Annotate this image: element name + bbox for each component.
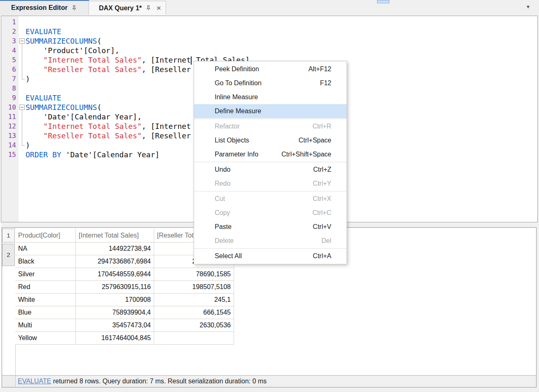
table-cell[interactable]: 2579630915,116 bbox=[76, 281, 154, 294]
line-number: 10 bbox=[1, 103, 19, 112]
line-number: 11 bbox=[1, 112, 19, 121]
table-cell[interactable]: 1617464004,845 bbox=[76, 332, 154, 345]
table-cell[interactable]: 758939904,4 bbox=[76, 306, 154, 319]
menu-item-shortcut: Ctrl+Space bbox=[298, 137, 331, 144]
line-number: 1 bbox=[1, 17, 19, 27]
mini-blue-marker bbox=[377, 0, 389, 3]
status-gutter-cell bbox=[2, 376, 16, 387]
column-header: Product[Color] bbox=[15, 229, 76, 243]
menu-separator bbox=[194, 119, 347, 119]
table-cell[interactable]: 198507,5108 bbox=[154, 281, 234, 294]
menu-item-shortcut: Del bbox=[321, 237, 331, 245]
code-token: 'Product'[Color], bbox=[26, 46, 120, 55]
table-row: Silver1704548559,694478690,1585 bbox=[15, 268, 234, 281]
fold-end-tick bbox=[22, 145, 25, 146]
menu-item-parameter-info[interactable]: Parameter InfoCtrl+Shift+Space bbox=[194, 147, 347, 161]
fold-collapse-icon[interactable] bbox=[19, 105, 25, 110]
fold-guide-line bbox=[22, 44, 22, 79]
menu-item-shortcut: Ctrl+C bbox=[312, 209, 331, 217]
line-number: 14 bbox=[1, 140, 19, 150]
menu-item-shortcut: Ctrl+Y bbox=[313, 180, 331, 187]
fold-collapse-icon[interactable] bbox=[19, 38, 25, 44]
menu-item-label: Cut bbox=[215, 195, 225, 203]
menu-item-define-measure[interactable]: Define Measure bbox=[194, 104, 347, 118]
tab-label: Expression Editor bbox=[11, 4, 68, 12]
code-token: ) bbox=[26, 141, 30, 149]
menu-item-label: Paste bbox=[215, 223, 232, 231]
table-cell[interactable]: 2947336867,6984 bbox=[76, 255, 154, 268]
menu-item-peek-definition[interactable]: Peek DefinitionAlt+F12 bbox=[194, 62, 347, 76]
menu-item-go-to-definition[interactable]: Go To DefinitionF12 bbox=[194, 76, 347, 90]
table-cell[interactable]: Yellow bbox=[15, 332, 76, 345]
table-cell[interactable]: Black bbox=[15, 255, 76, 268]
menu-item-shortcut: Ctrl+A bbox=[313, 252, 331, 260]
table-cell[interactable]: 666,1545 bbox=[154, 306, 234, 319]
line-number: 8 bbox=[1, 84, 19, 93]
pin-icon[interactable] bbox=[71, 5, 77, 11]
code-token: EVALUATE bbox=[26, 93, 61, 102]
menu-item-select-all[interactable]: Select AllCtrl+A bbox=[194, 249, 347, 263]
table-cell[interactable]: White bbox=[15, 294, 76, 306]
code-token: ( bbox=[97, 103, 101, 112]
evaluate-link[interactable]: EVALUATE bbox=[18, 378, 51, 385]
code-token bbox=[26, 122, 43, 131]
tab-dax-query-1[interactable]: DAX Query 1* ✕ bbox=[89, 1, 166, 15]
code-token: SUMMARIZECOLUMNS bbox=[26, 37, 97, 45]
document-dropdown-icon[interactable]: ▾ bbox=[527, 3, 530, 10]
table-cell[interactable]: Silver bbox=[15, 268, 76, 281]
code-line[interactable]: EVALUATE bbox=[26, 27, 537, 36]
code-line[interactable]: SUMMARIZECOLUMNS( bbox=[26, 36, 537, 46]
code-line[interactable]: 'Product'[Color], bbox=[26, 46, 537, 55]
table-cell[interactable]: 35457473,04 bbox=[76, 319, 154, 332]
menu-item-shortcut: Ctrl+V bbox=[313, 223, 331, 231]
table-cell[interactable]: Blue bbox=[15, 306, 76, 319]
close-icon[interactable]: ✕ bbox=[156, 5, 162, 12]
table-row: Blue758939904,4666,1545 bbox=[15, 306, 234, 319]
table-cell[interactable]: NA bbox=[15, 243, 76, 255]
code-token: SUMMARIZECOLUMNS bbox=[26, 103, 97, 112]
table-row: Yellow1617464004,845 bbox=[15, 332, 234, 345]
table-cell[interactable]: 78690,1585 bbox=[154, 268, 234, 281]
menu-item-label: Refactor bbox=[215, 123, 239, 130]
menu-item-shortcut: Ctrl+Z bbox=[313, 166, 331, 173]
table-cell[interactable]: 1704548559,6944 bbox=[76, 268, 154, 281]
table-cell[interactable]: Red bbox=[15, 281, 76, 294]
menu-item-label: Delete bbox=[215, 237, 234, 245]
menu-item-refactor: RefactorCtrl+R bbox=[194, 119, 347, 133]
table-cell[interactable]: 1700908 bbox=[76, 294, 154, 306]
code-token: "Reseller Total Sales" bbox=[43, 131, 141, 140]
menu-item-paste[interactable]: PasteCtrl+V bbox=[194, 220, 347, 234]
table-cell[interactable]: 245,1 bbox=[154, 294, 234, 306]
line-number: 2 bbox=[1, 27, 19, 36]
menu-separator bbox=[194, 248, 347, 249]
result-selector-1[interactable]: 1 bbox=[2, 229, 15, 243]
line-number: 13 bbox=[1, 131, 19, 140]
menu-item-list-objects[interactable]: List ObjectsCtrl+Space bbox=[194, 133, 347, 147]
pin-icon[interactable] bbox=[145, 5, 152, 11]
line-number: 9 bbox=[1, 93, 19, 103]
line-number: 15 bbox=[1, 150, 19, 159]
code-token: "Internet Total Sales" bbox=[43, 122, 141, 131]
tab-label: DAX Query 1* bbox=[99, 5, 142, 12]
line-number: 3 bbox=[1, 36, 19, 46]
menu-separator bbox=[194, 191, 347, 191]
menu-item-copy: CopyCtrl+C bbox=[194, 206, 347, 220]
code-token: "Reseller Total Sales" bbox=[43, 65, 141, 74]
result-selector-2[interactable]: 2 bbox=[2, 244, 15, 266]
table-cell[interactable] bbox=[154, 332, 234, 345]
code-token: ( bbox=[97, 37, 101, 45]
line-number-gutter: 123456789101112131415 bbox=[1, 16, 19, 222]
tab-expression-editor[interactable]: Expression Editor bbox=[0, 1, 89, 15]
line-number: 4 bbox=[1, 46, 19, 55]
result-selector-gutter: 12 bbox=[2, 228, 16, 387]
line-number: 5 bbox=[1, 55, 19, 65]
menu-item-label: List Objects bbox=[215, 137, 249, 144]
menu-item-label: Copy bbox=[215, 209, 230, 217]
table-cell[interactable]: 2630,0536 bbox=[154, 319, 234, 332]
code-token: 'Date'[Calendar Year], bbox=[26, 112, 142, 121]
table-cell[interactable]: 144922738,94 bbox=[76, 243, 154, 255]
menu-item-inline-measure[interactable]: Inline Measure bbox=[194, 90, 347, 104]
menu-item-undo[interactable]: UndoCtrl+Z bbox=[194, 163, 347, 177]
table-cell[interactable]: Multi bbox=[15, 319, 76, 332]
code-line[interactable] bbox=[26, 17, 537, 27]
